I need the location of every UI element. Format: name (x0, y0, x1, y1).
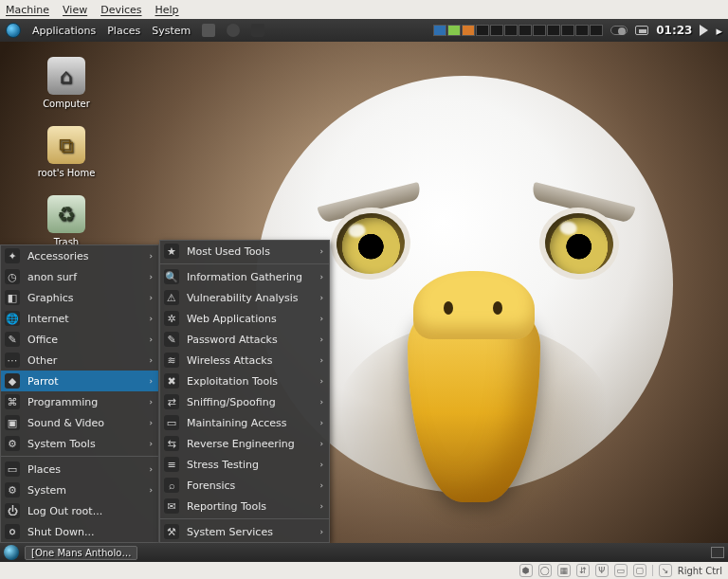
vm-menu-view[interactable]: View (63, 4, 87, 16)
desktop-icon-computer[interactable]: ⌂ Computer (28, 57, 104, 109)
menu-item-icon: ◧ (5, 290, 20, 305)
menu-item-icon: ◆ (5, 373, 20, 389)
panel-applet-icon[interactable] (227, 24, 240, 37)
chevron-right-icon: › (319, 480, 323, 490)
panel-applet-icon[interactable] (202, 24, 215, 37)
appmenu-item-accessories[interactable]: ✦Accessories› (1, 245, 158, 266)
panel-expand-icon[interactable]: ▸ (716, 24, 722, 38)
menu-item-label: Most Used Tools (187, 245, 312, 258)
menu-item-label: System (27, 484, 141, 497)
appmenu-footer-log-out-root[interactable]: ⏻Log Out root... (1, 500, 158, 521)
menu-item-label: System Tools (27, 438, 141, 450)
parrot-item-most-used-tools[interactable]: ★Most Used Tools› (160, 241, 329, 262)
panel-menu-places[interactable]: Places (107, 25, 140, 37)
menu-item-icon: ⋯ (5, 353, 20, 368)
vm-usb-icon[interactable]: Ψ (595, 564, 609, 577)
menu-item-icon: 🔍 (164, 269, 179, 284)
vm-menu-devices[interactable]: Devices (100, 4, 141, 16)
parrot-item-reverse-engineering[interactable]: ⇆Reverse Engineering› (160, 433, 329, 454)
vm-floppy-icon[interactable]: ▦ (557, 564, 571, 577)
parrot-item-web-applications[interactable]: ✲Web Applications› (160, 308, 329, 329)
menu-item-label: Internet (27, 313, 141, 325)
menu-item-icon: 🌐 (5, 311, 20, 326)
menu-item-icon: ✲ (164, 311, 179, 326)
parrot-item-stress-testing[interactable]: ≡Stress Testing› (160, 454, 329, 475)
vm-hdd-icon[interactable]: ⬢ (519, 564, 533, 577)
parrot-item-sniffing-spoofing[interactable]: ⇄Sniffing/Spoofing› (160, 391, 329, 412)
taskbar-window-button[interactable]: [One Mans Antholo… (25, 546, 137, 560)
menu-item-label: Sniffing/Spoofing (187, 396, 312, 408)
panel-menu-applications[interactable]: Applications (32, 25, 96, 37)
chevron-right-icon: › (149, 272, 153, 281)
menu-item-label: Parrot (27, 375, 141, 388)
appmenu-footer-places[interactable]: ▭Places› (1, 459, 158, 479)
menu-item-label: Web Applications (187, 313, 312, 325)
applications-menu: ✦Accessories›◷anon surf›◧Graphics›🌐Inter… (0, 244, 159, 543)
menu-separator (160, 263, 329, 264)
distro-logo-icon[interactable] (6, 23, 21, 38)
computer-icon: ⌂ (47, 57, 85, 95)
appmenu-item-internet[interactable]: 🌐Internet› (1, 308, 158, 329)
menu-item-label: Password Attacks (187, 334, 312, 346)
appmenu-item-graphics[interactable]: ◧Graphics› (1, 287, 158, 308)
panel-clock[interactable]: 01:23 (656, 24, 692, 37)
parrot-item-wireless-attacks[interactable]: ≋Wireless Attacks› (160, 350, 329, 371)
vm-shared-folder-icon[interactable]: ▭ (614, 564, 628, 577)
menu-item-label: Programming (27, 396, 141, 408)
appmenu-footer-shut-down[interactable]: ⭘Shut Down... (1, 521, 158, 542)
chevron-right-icon: › (149, 251, 153, 261)
chevron-right-icon: › (149, 355, 153, 365)
network-icon[interactable] (635, 26, 648, 35)
menu-item-icon: ⇆ (164, 436, 179, 451)
menu-item-label: Accessories (27, 250, 141, 262)
vm-statusbar: ⬢ ◯ ▦ ⇵ Ψ ▭ ▢ ↘ Right Ctrl (0, 562, 728, 579)
menu-item-icon: ▭ (5, 461, 20, 477)
vm-optical-icon[interactable]: ◯ (538, 564, 552, 577)
desktop-icon-home[interactable]: ⧉ root's Home (28, 126, 104, 178)
appmenu-item-parrot[interactable]: ◆Parrot› (1, 371, 158, 391)
tray-toggle-icon[interactable] (610, 26, 628, 35)
desktop-icon-trash[interactable]: ♻ Trash (28, 195, 104, 247)
vm-network-icon[interactable]: ⇵ (576, 564, 590, 577)
chevron-right-icon: › (319, 314, 323, 323)
appmenu-item-sound-video[interactable]: ▣Sound & Video› (1, 412, 158, 433)
menu-item-icon: ★ (164, 244, 179, 259)
menu-item-icon: ✖ (164, 373, 179, 389)
appmenu-footer-system[interactable]: ⚙System› (1, 479, 158, 500)
menu-item-label: Maintaining Access (187, 417, 312, 429)
vm-menu-machine[interactable]: Machine (6, 4, 49, 16)
vm-menu-help[interactable]: Help (155, 4, 179, 16)
parrot-item-information-gathering[interactable]: 🔍Information Gathering› (160, 266, 329, 287)
chevron-right-icon: › (319, 439, 323, 448)
parrot-item-forensics[interactable]: ⌕Forensics› (160, 475, 329, 496)
vm-mouse-capture-icon[interactable]: ↘ (659, 564, 672, 577)
home-folder-icon: ⧉ (47, 126, 85, 164)
workspace-switcher[interactable] (433, 25, 603, 36)
parrot-item-reporting-tools[interactable]: ✉Reporting Tools› (160, 496, 329, 516)
parrot-item-vulnerability-analysis[interactable]: ⚠Vulnerability Analysis› (160, 287, 329, 308)
vm-display-icon[interactable]: ▢ (633, 564, 646, 577)
trash-icon: ♻ (47, 195, 85, 233)
volume-icon[interactable] (700, 25, 708, 36)
menu-separator (160, 518, 329, 519)
start-menu-icon[interactable] (4, 545, 19, 560)
panel-menu-system[interactable]: System (152, 25, 191, 37)
parrot-item-password-attacks[interactable]: ✎Password Attacks› (160, 329, 329, 350)
taskbar-show-desktop-icon[interactable] (711, 547, 724, 558)
parrot-item-exploitation-tools[interactable]: ✖Exploitation Tools› (160, 371, 329, 391)
parrot-item-system-services[interactable]: ⚒System Services› (160, 521, 329, 542)
chevron-right-icon: › (149, 485, 153, 495)
appmenu-item-office[interactable]: ✎Office› (1, 329, 158, 350)
panel-applet-icon[interactable] (251, 24, 264, 37)
desktop-icon-label: root's Home (28, 168, 104, 178)
appmenu-item-other[interactable]: ⋯Other› (1, 350, 158, 371)
chevron-right-icon: › (149, 418, 153, 427)
menu-item-icon: ▭ (164, 415, 179, 430)
parrot-item-maintaining-access[interactable]: ▭Maintaining Access› (160, 412, 329, 433)
appmenu-item-programming[interactable]: ⌘Programming› (1, 391, 158, 412)
menu-item-label: Shut Down... (27, 526, 153, 538)
appmenu-item-anon-surf[interactable]: ◷anon surf› (1, 266, 158, 287)
menu-item-icon: ⭘ (5, 524, 20, 539)
appmenu-item-system-tools[interactable]: ⚙System Tools› (1, 433, 158, 454)
menu-item-icon: ✎ (164, 332, 179, 347)
